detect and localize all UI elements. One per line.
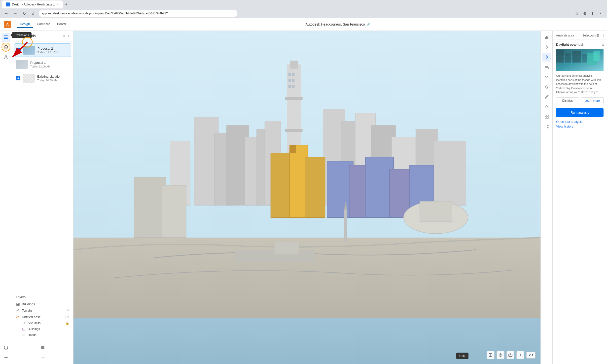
- svg-rect-89: [545, 115, 546, 116]
- proposals-icon-btn[interactable]: [1, 33, 10, 42]
- selection-icon: [600, 34, 604, 37]
- left-sidebar: ≡ Proposals ⊟ + A Proposal 2 Today, 11:1…: [12, 31, 73, 364]
- proposal-item-existing[interactable]: A Existing situation Today, 10:30 AM: [14, 72, 71, 85]
- proposals-list: A Proposal 2 Today, 11:11 AM Proposal 1 …: [12, 41, 73, 292]
- analysis-area-label: Analysis area: [556, 34, 574, 37]
- left-icon-bar: [0, 31, 12, 364]
- proposal-badge-existing: A: [16, 76, 20, 80]
- layer-buildings[interactable]: Buildings: [16, 301, 69, 307]
- settings-icon-btn[interactable]: [1, 353, 10, 362]
- layer-roads-name: Roads: [28, 333, 69, 337]
- reload-button[interactable]: ↻: [21, 10, 28, 17]
- url-bar[interactable]: app.autodeskforma.eu/designmode/pro_ivqn…: [39, 10, 237, 17]
- info-icon-btn[interactable]: [1, 343, 10, 352]
- site-limits-icon: [22, 321, 26, 325]
- 2d-toggle-btn[interactable]: 2D: [526, 352, 536, 359]
- main-content: Extensions ≡ Proposals ⊟ + A Proposal 2: [0, 31, 607, 364]
- proposal-name-2: Proposal 2: [37, 47, 69, 50]
- layer-terrain-name: Terrain: [22, 309, 65, 312]
- sidebar-bottom-settings-icon[interactable]: [38, 353, 47, 362]
- extension-button[interactable]: ⚙: [581, 10, 588, 17]
- shape-icon-btn[interactable]: [542, 102, 551, 111]
- help-button[interactable]: Help: [456, 353, 468, 359]
- extensions-icon-btn[interactable]: [1, 43, 10, 52]
- terrain-edit-icon[interactable]: ✎: [67, 309, 69, 312]
- svg-point-74: [510, 355, 511, 356]
- zoom-btn[interactable]: [516, 351, 524, 359]
- daylight-info-icon[interactable]: ℹ: [602, 42, 604, 46]
- svg-marker-85: [545, 95, 548, 99]
- open-last-analysis-link[interactable]: Open last analysis: [556, 120, 604, 124]
- sidebar-filter-icon[interactable]: ⊟: [63, 34, 65, 38]
- tab-close-button[interactable]: ×: [57, 2, 59, 6]
- layer-terrain[interactable]: Terrain ✎: [16, 307, 69, 314]
- sun-analysis-icon-btn[interactable]: [542, 43, 551, 52]
- tab-design[interactable]: Design: [17, 21, 33, 28]
- view-history-link[interactable]: View history: [556, 125, 604, 128]
- layer-untitled-base[interactable]: Untitled base ↕ ✎: [16, 314, 69, 320]
- svg-rect-45: [434, 141, 466, 205]
- home-button[interactable]: ⌂: [30, 10, 37, 17]
- untitled-base-edit-icon[interactable]: ✎: [67, 315, 69, 319]
- sidebar-bottom: [12, 341, 73, 364]
- layer-buildings-sub[interactable]: Buildings: [16, 326, 69, 332]
- svg-rect-64: [292, 73, 295, 76]
- new-tab-button[interactable]: +: [63, 1, 70, 8]
- proposal-item-1[interactable]: Proposal 1 Today, 11:09 AM: [14, 58, 71, 71]
- sidebar-bottom-list-icon[interactable]: [38, 343, 47, 352]
- active-tab[interactable]: Design - Autodesk Headcourte... ×: [2, 0, 63, 8]
- tab-compare[interactable]: Compare: [34, 21, 53, 28]
- camera-btn[interactable]: [506, 351, 514, 359]
- noise-icon-btn[interactable]: [542, 72, 551, 81]
- svg-rect-49: [290, 145, 296, 153]
- run-analysis-button[interactable]: Run analysis: [556, 108, 604, 117]
- svg-rect-103: [582, 54, 587, 63]
- visibility-btn[interactable]: [497, 351, 504, 359]
- floor-plan-btn[interactable]: [487, 351, 495, 359]
- proposal-item-2[interactable]: A Proposal 2 Today, 11:11 AM: [14, 43, 71, 57]
- svg-rect-55: [134, 177, 166, 237]
- forward-button[interactable]: →: [12, 10, 19, 17]
- bookmark-button[interactable]: ☆: [573, 10, 580, 17]
- proposal-name-existing: Existing situation: [37, 75, 69, 78]
- terrain-actions: ✎: [67, 309, 69, 312]
- analysis-panel: Analysis area Selection (2) Daylight pot…: [552, 31, 607, 364]
- viewport[interactable]: 2D Help: [73, 31, 540, 364]
- untitled-base-move-icon[interactable]: ↕: [64, 315, 66, 319]
- proposal-time-existing: Today, 10:30 AM: [37, 79, 69, 82]
- back-button[interactable]: ←: [3, 10, 10, 17]
- menu-button[interactable]: ⋮: [597, 10, 604, 17]
- sidebar-actions: ⊟ +: [63, 34, 69, 38]
- connect-icon-btn[interactable]: [542, 122, 551, 131]
- layer-site-limits[interactable]: Site limits 🔒: [16, 320, 69, 326]
- svg-rect-56: [162, 185, 186, 238]
- bar-chart-icon-btn[interactable]: [542, 33, 551, 42]
- layer-roads[interactable]: Roads: [16, 332, 69, 338]
- proposal-name-1: Proposal 1: [30, 61, 69, 65]
- dismiss-button[interactable]: Dismiss: [556, 97, 579, 104]
- layer-buildings-sub-name: Buildings: [28, 327, 69, 331]
- project-link-icon[interactable]: 🔗: [366, 23, 370, 26]
- viewport-controls: 2D: [487, 351, 536, 359]
- people-icon-btn[interactable]: [1, 53, 10, 62]
- sidebar-add-icon[interactable]: +: [67, 34, 69, 38]
- site-limits-lock-icon[interactable]: 🔒: [66, 321, 69, 325]
- proposal-thumb-1: [16, 60, 28, 69]
- daylight-title: Daylight potential ℹ: [556, 42, 604, 46]
- download-button[interactable]: ⬇: [589, 10, 596, 17]
- grid-right-icon-btn[interactable]: [542, 112, 551, 121]
- tab-board[interactable]: Board: [54, 21, 69, 28]
- svg-rect-21: [41, 348, 44, 349]
- proposal-thumb-existing: [23, 74, 35, 83]
- measure-icon-btn[interactable]: [542, 92, 551, 101]
- svg-rect-91: [545, 117, 546, 118]
- proposal-badge-2: A: [16, 48, 21, 52]
- svg-rect-1: [4, 37, 8, 37]
- layers-right-icon-btn[interactable]: [542, 82, 551, 91]
- svg-line-86: [546, 97, 546, 97]
- learn-more-button[interactable]: Learn more: [581, 97, 604, 104]
- wind-icon-btn[interactable]: [542, 63, 551, 71]
- svg-marker-12: [16, 316, 19, 318]
- sun-active-icon-btn[interactable]: [542, 53, 551, 62]
- right-icon-bar: [540, 31, 552, 364]
